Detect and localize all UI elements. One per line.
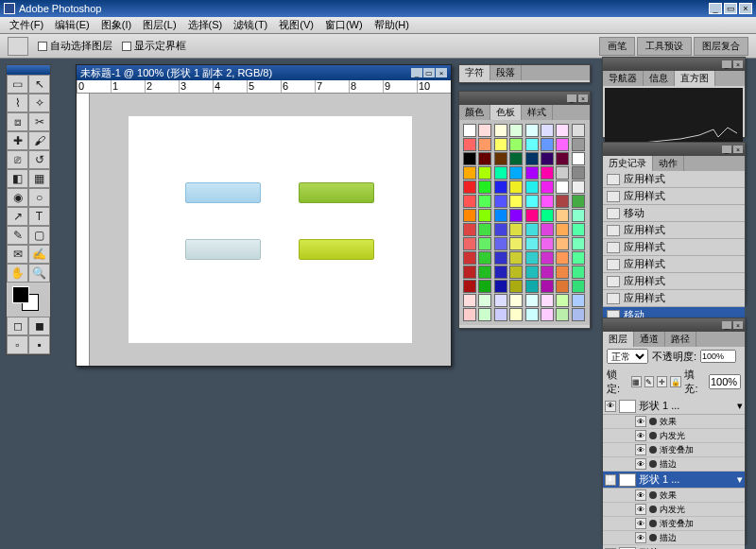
- menu-image[interactable]: 图象(I): [95, 18, 137, 32]
- blur-tool[interactable]: ◉: [7, 188, 28, 207]
- layer-effect[interactable]: 👁渐变叠加: [603, 443, 745, 457]
- hand-tool[interactable]: ✋: [7, 264, 28, 283]
- swatch[interactable]: [509, 280, 523, 293]
- layer-item[interactable]: 👁形状 1 ...▾: [603, 398, 745, 415]
- tab-layers[interactable]: 图层: [603, 332, 634, 347]
- swatch[interactable]: [556, 294, 569, 307]
- swatch[interactable]: [556, 251, 569, 265]
- swatch[interactable]: [494, 280, 507, 293]
- slice-tool[interactable]: ✂: [28, 112, 50, 131]
- panel-close-icon[interactable]: ×: [578, 94, 588, 102]
- swatch[interactable]: [541, 209, 554, 222]
- swatch[interactable]: [509, 294, 523, 307]
- swatch[interactable]: [541, 266, 554, 279]
- swatch[interactable]: [541, 251, 554, 265]
- swatch[interactable]: [494, 209, 507, 222]
- swatch[interactable]: [525, 209, 539, 222]
- swatch[interactable]: [478, 266, 491, 279]
- swatch[interactable]: [463, 209, 476, 222]
- swatch[interactable]: [463, 294, 476, 307]
- tab-channels[interactable]: 通道: [634, 332, 665, 347]
- visibility-icon[interactable]: 👁: [635, 430, 646, 441]
- swatch[interactable]: [478, 209, 491, 222]
- swatch[interactable]: [525, 195, 539, 208]
- swatch[interactable]: [494, 166, 507, 180]
- swatch[interactable]: [509, 166, 523, 180]
- layer-item[interactable]: 👁形状 1 ...▾: [603, 472, 745, 489]
- swatch[interactable]: [463, 166, 476, 180]
- eraser-tool[interactable]: ◧: [7, 169, 28, 188]
- swatch[interactable]: [463, 266, 476, 279]
- swatch[interactable]: [525, 237, 539, 250]
- swatch[interactable]: [525, 138, 539, 151]
- swatch[interactable]: [556, 237, 569, 250]
- menu-view[interactable]: 视图(V): [273, 18, 319, 32]
- swatch[interactable]: [509, 308, 523, 321]
- layer-effect[interactable]: 👁效果: [603, 415, 745, 429]
- layer-effect[interactable]: 👁渐变叠加: [603, 517, 745, 531]
- menu-filter[interactable]: 滤镜(T): [228, 18, 273, 32]
- swatch[interactable]: [541, 280, 554, 293]
- tab-history[interactable]: 历史记录: [603, 156, 653, 171]
- dodge-tool[interactable]: ○: [28, 188, 50, 207]
- toolbox-header[interactable]: [7, 65, 50, 75]
- swatch[interactable]: [572, 280, 585, 293]
- panel-close-icon[interactable]: ×: [733, 321, 743, 329]
- swatch[interactable]: [541, 124, 554, 137]
- auto-select-checkbox[interactable]: 自动选择图层: [38, 39, 112, 53]
- lasso-tool[interactable]: ⌇: [7, 94, 28, 112]
- swatch[interactable]: [572, 209, 585, 222]
- swatch[interactable]: [541, 308, 554, 321]
- visibility-icon[interactable]: 👁: [635, 416, 646, 427]
- shape-tool[interactable]: ▢: [28, 226, 50, 245]
- swatch[interactable]: [572, 266, 585, 279]
- swatch[interactable]: [478, 138, 491, 151]
- minimize-button[interactable]: _: [709, 3, 722, 14]
- swatch[interactable]: [463, 251, 476, 265]
- lock-all-icon[interactable]: 🔒: [670, 376, 681, 387]
- swatch[interactable]: [525, 124, 539, 137]
- history-item[interactable]: 应用样式: [603, 188, 745, 205]
- tab-styles[interactable]: 样式: [522, 105, 553, 120]
- swatch[interactable]: [478, 195, 491, 208]
- layer-item[interactable]: 👁形状 1 ...▾: [603, 545, 745, 549]
- layer-effect[interactable]: 👁内发光: [603, 429, 745, 443]
- screen-mode-2[interactable]: ▪: [28, 335, 50, 354]
- swatch[interactable]: [478, 294, 491, 307]
- visibility-icon[interactable]: 👁: [635, 532, 646, 543]
- swatch[interactable]: [494, 251, 507, 265]
- swatch[interactable]: [541, 237, 554, 250]
- swatch[interactable]: [494, 152, 507, 165]
- shape-gray[interactable]: [185, 239, 261, 260]
- swatch[interactable]: [494, 308, 507, 321]
- swatch[interactable]: [463, 124, 476, 137]
- swatch[interactable]: [509, 223, 523, 236]
- maximize-button[interactable]: ▭: [724, 3, 737, 14]
- layer-effect[interactable]: 👁描边: [603, 457, 745, 472]
- blend-mode-select[interactable]: 正常: [607, 349, 648, 364]
- swatch[interactable]: [494, 223, 507, 236]
- swatch[interactable]: [478, 251, 491, 265]
- doc-titlebar[interactable]: 未标题-1 @ 100% (形状 1 副本 2, RGB/8) _▭×: [77, 65, 451, 80]
- menu-window[interactable]: 窗口(W): [319, 18, 369, 32]
- swatch[interactable]: [463, 308, 476, 321]
- lock-pixels-icon[interactable]: ✎: [644, 376, 655, 387]
- swatch[interactable]: [494, 124, 507, 137]
- swatch[interactable]: [541, 294, 554, 307]
- swatch[interactable]: [525, 152, 539, 165]
- swatch[interactable]: [556, 223, 569, 236]
- swatch[interactable]: [509, 180, 523, 194]
- history-item[interactable]: 应用样式: [603, 290, 745, 307]
- tab-paragraph[interactable]: 段落: [490, 65, 522, 80]
- swatch[interactable]: [572, 237, 585, 250]
- swatch[interactable]: [572, 166, 585, 180]
- layer-thumb[interactable]: [619, 400, 636, 413]
- doc-min[interactable]: _: [411, 68, 422, 77]
- move-tool[interactable]: ↖: [28, 75, 50, 94]
- type-tool[interactable]: T: [28, 207, 50, 226]
- swatch[interactable]: [525, 266, 539, 279]
- swatch[interactable]: [525, 166, 539, 180]
- panel-close-icon[interactable]: ×: [733, 146, 743, 153]
- tab-tool-presets[interactable]: 工具预设: [637, 37, 692, 56]
- visibility-icon[interactable]: 👁: [635, 489, 646, 501]
